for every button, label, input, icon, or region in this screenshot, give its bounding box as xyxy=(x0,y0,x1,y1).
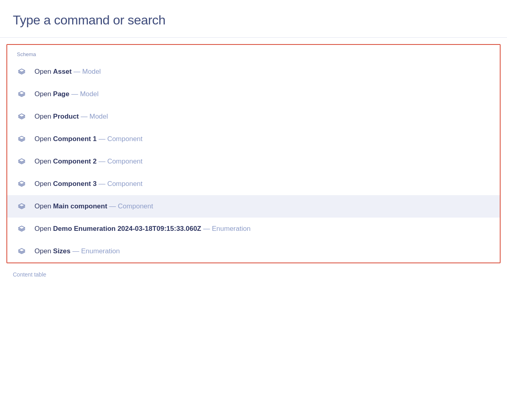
menu-item-product-model[interactable]: Open Product — Model xyxy=(7,105,500,128)
item-bold-sizes: Sizes xyxy=(53,247,70,255)
menu-item-component1[interactable]: Open Component 1 — Component xyxy=(7,128,500,150)
item-type-component: Component xyxy=(118,202,153,210)
page-title: Type a command or search xyxy=(13,13,494,28)
item-type-model: Model xyxy=(82,68,101,75)
item-bold-product: Product xyxy=(53,113,79,120)
layers-icon xyxy=(17,179,26,189)
item-bold-asset: Asset xyxy=(53,68,71,75)
item-type-component: Component xyxy=(107,158,142,165)
layers-icon xyxy=(17,157,26,166)
menu-item-component2[interactable]: Open Component 2 — Component xyxy=(7,150,500,173)
item-type-component: Component xyxy=(107,180,142,188)
item-type-model: Model xyxy=(89,113,108,120)
item-bold-demo: Demo Enumeration 2024-03-18T09:15:33.060… xyxy=(53,225,201,232)
menu-item-component3[interactable]: Open Component 3 — Component xyxy=(7,173,500,195)
menu-item-main-component[interactable]: Open Main component — Component xyxy=(7,195,500,218)
item-text-asset-model: Open Asset — Model xyxy=(34,67,101,76)
item-bold-component3: Component 3 xyxy=(53,180,97,188)
menu-item-asset-model[interactable]: Open Asset — Model xyxy=(7,61,500,83)
menu-item-page-model[interactable]: Open Page — Model xyxy=(7,83,500,105)
item-text-demo-enumeration: Open Demo Enumeration 2024-03-18T09:15:3… xyxy=(34,224,251,233)
layers-icon xyxy=(17,89,26,99)
item-text-component3: Open Component 3 — Component xyxy=(34,180,142,188)
item-type-enumeration: Enumeration xyxy=(81,247,120,255)
schema-label: Schema xyxy=(7,45,500,61)
schema-section: Schema Open Asset — Model xyxy=(6,44,501,263)
layers-icon xyxy=(17,112,26,121)
item-text-page-model: Open Page — Model xyxy=(34,90,99,99)
item-type-model: Model xyxy=(80,90,98,98)
menu-item-sizes-enumeration[interactable]: Open Sizes — Enumeration xyxy=(7,240,500,262)
page-container: Type a command or search Schema Open Ass… xyxy=(0,0,507,281)
item-bold-component2: Component 2 xyxy=(53,158,97,165)
menu-item-demo-enumeration[interactable]: Open Demo Enumeration 2024-03-18T09:15:3… xyxy=(7,218,500,240)
layers-icon xyxy=(17,134,26,144)
item-dash: — xyxy=(72,68,82,75)
item-type-enumeration: Enumeration xyxy=(212,225,250,232)
item-type-component: Component xyxy=(107,135,142,143)
item-text-main-component: Open Main component — Component xyxy=(34,202,153,211)
content-table-label: Content table xyxy=(0,263,507,281)
item-bold-page: Page xyxy=(53,90,69,98)
layers-icon xyxy=(17,224,26,234)
item-text-component1: Open Component 1 — Component xyxy=(34,135,142,143)
header-section: Type a command or search xyxy=(0,13,507,37)
header-divider xyxy=(0,37,507,38)
scroll-container: Schema Open Asset — Model xyxy=(0,44,507,281)
item-text-sizes-enumeration: Open Sizes — Enumeration xyxy=(34,247,120,256)
item-bold-main: Main component xyxy=(53,202,107,210)
item-bold-component1: Component 1 xyxy=(53,135,97,143)
layers-icon xyxy=(17,202,26,211)
item-text-component2: Open Component 2 — Component xyxy=(34,157,142,166)
item-text-product-model: Open Product — Model xyxy=(34,112,108,121)
layers-icon xyxy=(17,67,26,77)
layers-icon xyxy=(17,246,26,256)
